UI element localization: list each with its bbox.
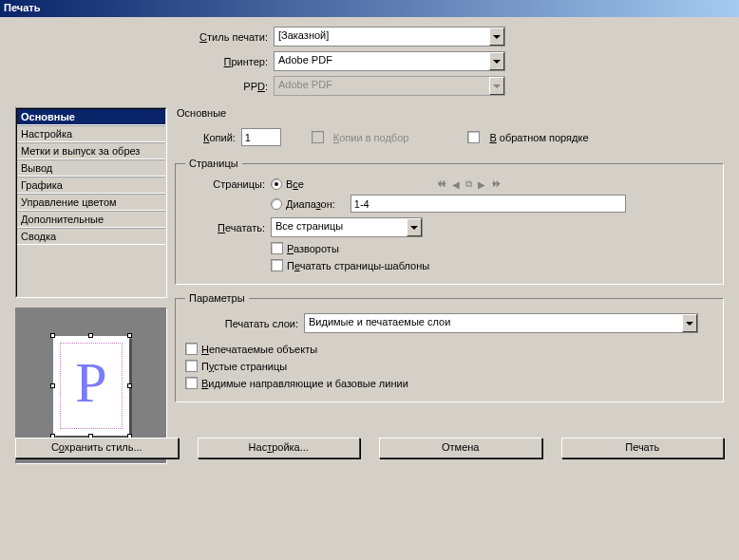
save-style-button[interactable]: Сохранить стиль... [15,438,179,458]
printer-label: Принтер: [15,56,274,67]
preview-page: P [53,336,129,436]
sidebar-item-0[interactable]: Основные [17,109,165,125]
sidebar-item-2[interactable]: Метки и выпуск за обрез [17,142,165,159]
ppd-dropdown: Adobe PDF [274,76,505,96]
spreads-checkbox[interactable] [271,242,283,254]
title-bar: Печать [0,0,739,17]
nonprint-checkbox[interactable] [185,343,198,355]
cancel-button[interactable]: Отмена [379,438,542,458]
first-page-icon[interactable]: ⯬ [437,179,446,190]
master-label: Печатать страницы-шаблоны [287,260,429,271]
sidebar-empty [17,245,165,296]
pages-range-radio[interactable] [271,198,282,210]
spreads-label: Развороты [287,243,339,254]
chevron-down-icon[interactable] [489,28,504,46]
sidebar-item-7[interactable]: Сводка [17,228,165,245]
pages-select-value: Все страницы [272,218,407,236]
copies-label: Копий: [203,132,236,143]
prev-page-icon[interactable]: ◀ [452,179,460,190]
ppd-value: Adobe PDF [275,77,489,95]
ppd-label: PPD: [15,81,274,92]
sidebar-item-1[interactable]: Настройка [17,125,165,142]
collate-label: Копии в подбор [333,132,409,143]
style-dropdown[interactable]: [Заказной] [274,27,505,47]
sidebar-item-3[interactable]: Вывод [17,159,165,177]
client-area: ССтиль печати:тиль печати: [Заказной] Пр… [0,17,739,474]
master-checkbox[interactable] [271,259,283,271]
printer-dropdown[interactable]: Adobe PDF [274,51,505,71]
reverse-label: В обратном порядке [489,132,588,143]
preview-letter: P [75,350,106,416]
chevron-down-icon [489,77,504,95]
setup-button[interactable]: Настройка... [198,438,361,458]
section-title: Основные [177,107,724,119]
guides-label: Видимые направляющие и базовые линии [201,378,408,389]
chevron-down-icon[interactable] [682,314,697,332]
chevron-down-icon[interactable] [407,218,422,236]
sidebar: ОсновныеНастройкаМетки и выпуск за обрез… [15,107,167,298]
handle-icon [127,383,132,388]
spread-icon[interactable]: ⧉ [465,178,472,190]
blank-checkbox[interactable] [185,360,198,372]
params-group: Параметры Печатать слои: Видимые и печат… [175,292,724,402]
chevron-down-icon[interactable] [489,52,504,70]
printer-value: Adobe PDF [275,52,489,70]
pages-label: Страницы: [185,178,271,190]
collate-checkbox [312,131,324,143]
handle-icon [88,333,93,338]
print-what-label: Печатать: [185,222,271,233]
pages-select-dropdown[interactable]: Все страницы [271,217,423,237]
sidebar-item-4[interactable]: Графика [17,177,165,194]
blank-label: Пустые страницы [201,361,287,372]
guides-checkbox[interactable] [185,377,198,389]
layers-value: Видимые и печатаемые слои [305,314,682,332]
pages-group: Страницы Страницы: Все ⯬ ◀ ⧉ ▶ ⯮ [175,158,724,285]
layers-label: Печатать слои: [185,318,304,329]
page-nav-icons: ⯬ ◀ ⧉ ▶ ⯮ [437,178,501,190]
pages-legend: Страницы [185,158,242,169]
copies-input[interactable] [241,128,281,146]
style-value: [Заказной] [275,28,489,46]
pages-range-label: Диапазон: [286,198,335,210]
print-dialog: Печать ССтиль печати:тиль печати: [Заказ… [0,0,739,560]
pages-all-label: Все [286,178,304,190]
handle-icon [50,383,55,388]
params-legend: Параметры [185,292,249,304]
print-button[interactable]: Печать [561,438,725,458]
window-title: Печать [4,2,40,13]
last-page-icon[interactable]: ⯮ [491,179,501,190]
next-page-icon[interactable]: ▶ [478,179,485,190]
sidebar-item-5[interactable]: Управление цветом [17,194,165,211]
pages-all-radio[interactable] [271,178,282,190]
nonprint-label: Непечатаемые объекты [201,344,317,355]
reverse-checkbox[interactable] [467,131,480,143]
layers-dropdown[interactable]: Видимые и печатаемые слои [304,313,698,333]
handle-icon [50,333,55,338]
sidebar-item-6[interactable]: Дополнительные [17,211,165,228]
range-input[interactable] [351,195,626,213]
handle-icon [127,333,132,338]
style-label: ССтиль печати:тиль печати: [15,31,274,43]
top-fields: ССтиль печати:тиль печати: [Заказной] Пр… [15,27,724,96]
